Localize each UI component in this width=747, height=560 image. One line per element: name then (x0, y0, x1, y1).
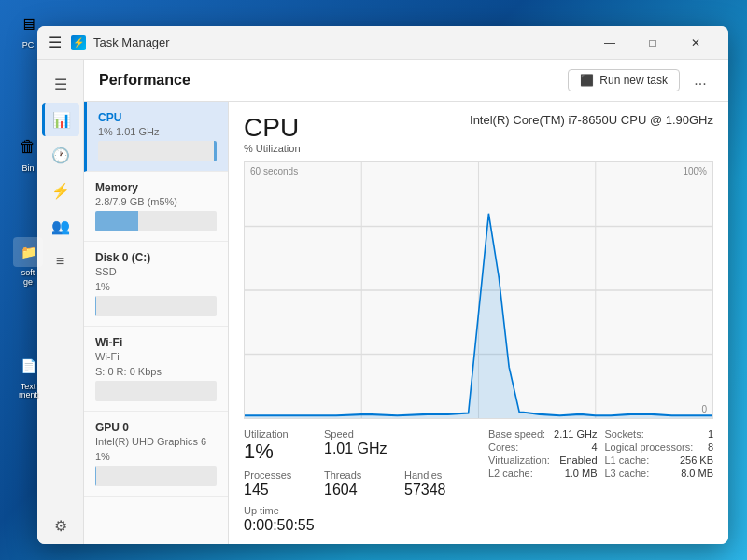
utilization-stat: Utilization 1% (244, 428, 309, 462)
window-controls: — □ ✕ (588, 26, 717, 60)
memory-mini-graph (95, 211, 217, 231)
sockets-val: 1 (708, 428, 713, 440)
main-content: ☰ 📊 🕐 ⚡ 👥 ≡ ⚙ Performance ⬛ Run new task… (37, 60, 728, 544)
detail-header: CPU % Utilization Intel(R) Core(TM) i7-8… (244, 113, 713, 158)
resource-item-disk[interactable]: Disk 0 (C:) SSD 1% (84, 242, 228, 327)
desktop-icons: 🖥 PC 🗑 Bin 📁 softge 📄 Textment (0, 0, 56, 560)
titlebar: ☰ ⚡ Task Manager — □ ✕ (37, 26, 728, 60)
uptime-stat: Up time 0:00:50:55 (244, 505, 470, 533)
speed-stat: Speed 1.01 GHz (324, 428, 389, 462)
threads-value: 1604 (324, 483, 389, 497)
sockets-row: Sockets: 1 (605, 428, 714, 440)
resource-list: CPU 1% 1.01 GHz Memory 2.8/7.9 GB (m5%) (84, 102, 229, 544)
detail-title-block: CPU % Utilization (244, 113, 301, 158)
task-manager-window: ☰ ⚡ Task Manager — □ ✕ ☰ 📊 🕐 ⚡ 👥 ≡ ⚙ Per… (37, 26, 728, 544)
disk-resource-sub2: 1% (95, 281, 217, 292)
processes-threads-handles-row: Processes 145 Threads 1604 Handles 57348 (244, 469, 470, 497)
l2-cache-row: L2 cache: 1.0 MB (488, 468, 598, 479)
close-button[interactable]: ✕ (674, 26, 717, 60)
cores-row: Cores: 4 (488, 441, 598, 453)
resource-item-gpu[interactable]: GPU 0 Intel(R) UHD Graphics 6 1% (84, 412, 228, 497)
cores-key: Cores: (488, 441, 518, 453)
cpu-info-table: Base speed: 2.11 GHz Sockets: 1 Cores: 4 (488, 428, 713, 479)
memory-resource-sub: 2.8/7.9 GB (m5%) (95, 196, 217, 207)
run-new-task-label: Run new task (599, 74, 668, 87)
content-area: Performance ⬛ Run new task ... CPU 1% 1.… (84, 60, 728, 544)
graph-max-label: 100% (683, 166, 707, 176)
l1-cache-row: L1 cache: 256 KB (605, 455, 714, 466)
cpu-mini-graph (98, 141, 217, 161)
processes-value: 145 (244, 483, 309, 497)
graph-time-label: 60 seconds (250, 166, 298, 176)
logical-processors-key: Logical processors: (605, 441, 694, 453)
disk-resource-name: Disk 0 (C:) (95, 251, 217, 264)
resource-item-memory[interactable]: Memory 2.8/7.9 GB (m5%) (84, 172, 228, 242)
gpu-resource-sub1: Intel(R) UHD Graphics 6 (95, 436, 217, 447)
maximize-button[interactable]: □ (631, 26, 674, 60)
base-speed-row: Base speed: 2.11 GHz (488, 428, 598, 440)
virtualization-row: Virtualization: Enabled (488, 455, 598, 466)
desktop-icon-soft[interactable]: 📁 softge (6, 237, 50, 287)
threads-stat: Threads 1604 (324, 469, 389, 497)
speed-value: 1.01 GHz (324, 441, 389, 456)
uptime-label: Up time (244, 505, 470, 516)
performance-title: Performance (99, 72, 190, 89)
util-label: % Utilization (244, 143, 301, 154)
window-title: Task Manager (93, 35, 588, 49)
performance-header: Performance ⬛ Run new task ... (84, 60, 728, 102)
desktop-icon-text[interactable]: 📄 Textment (6, 351, 50, 401)
cpu-graph-svg (245, 162, 712, 418)
base-speed-key: Base speed: (488, 428, 545, 440)
gpu-resource-name: GPU 0 (95, 421, 217, 434)
wifi-resource-sub2: S: 0 R: 0 Kbps (95, 366, 217, 377)
desktop-icon-pc[interactable]: 🖥 PC (6, 9, 50, 50)
l3-cache-row: L3 cache: 8.0 MB (605, 468, 714, 479)
cpu-title: CPU (244, 113, 301, 143)
stats-right: Base speed: 2.11 GHz Sockets: 1 Cores: 4 (488, 428, 713, 533)
handles-label: Handles (404, 469, 470, 481)
base-speed-val: 2.11 GHz (554, 428, 597, 440)
cpu-name: Intel(R) Core(TM) i7-8650U CPU @ 1.90GHz (470, 113, 713, 127)
speed-label: Speed (324, 428, 389, 440)
performance-body: CPU 1% 1.01 GHz Memory 2.8/7.9 GB (m5%) (84, 102, 728, 544)
l1-cache-val: 256 KB (680, 455, 713, 466)
processes-label: Processes (244, 469, 309, 481)
virtualization-val: Enabled (559, 455, 597, 466)
graph-min-label: 0 (701, 404, 707, 414)
wifi-resource-name: Wi-Fi (95, 336, 217, 349)
desktop-icon-bin[interactable]: 🗑 Bin (6, 133, 50, 174)
logical-processors-val: 8 (708, 441, 713, 453)
more-options-button[interactable]: ... (687, 67, 713, 93)
logical-processors-row: Logical processors: 8 (605, 441, 714, 453)
disk-resource-sub1: SSD (95, 266, 217, 277)
threads-label: Threads (324, 469, 389, 481)
processes-stat: Processes 145 (244, 469, 309, 497)
utilization-speed-row: Utilization 1% Speed 1.01 GHz (244, 428, 470, 462)
minimize-button[interactable]: — (588, 26, 631, 60)
l3-cache-key: L3 cache: (605, 468, 650, 479)
resource-item-cpu[interactable]: CPU 1% 1.01 GHz (84, 102, 228, 172)
virtualization-key: Virtualization: (488, 455, 550, 466)
cpu-resource-sub: 1% 1.01 GHz (98, 126, 217, 137)
performance-actions: ⬛ Run new task ... (568, 67, 713, 93)
handles-stat: Handles 57348 (404, 469, 470, 497)
disk-mini-graph (95, 296, 217, 316)
run-icon: ⬛ (580, 74, 594, 87)
gpu-mini-graph (95, 466, 217, 486)
wifi-mini-graph (95, 381, 217, 401)
uptime-value: 0:00:50:55 (244, 518, 470, 533)
run-new-task-button[interactable]: ⬛ Run new task (568, 69, 680, 91)
gpu-resource-sub2: 1% (95, 451, 217, 462)
cores-val: 4 (591, 441, 597, 453)
stats-grid: Utilization 1% Speed 1.01 GHz (244, 428, 713, 533)
l2-cache-val: 1.0 MB (565, 468, 598, 479)
cpu-detail-panel: CPU % Utilization Intel(R) Core(TM) i7-8… (229, 102, 728, 544)
cpu-resource-name: CPU (98, 111, 217, 124)
memory-resource-name: Memory (95, 181, 217, 194)
wifi-resource-sub1: Wi-Fi (95, 351, 217, 362)
handles-value: 57348 (404, 483, 470, 497)
app-icon: ⚡ (71, 35, 86, 50)
l3-cache-val: 8.0 MB (681, 468, 713, 479)
cpu-graph: 60 seconds 100% 0 (244, 161, 713, 419)
resource-item-wifi[interactable]: Wi-Fi Wi-Fi S: 0 R: 0 Kbps (84, 327, 228, 412)
